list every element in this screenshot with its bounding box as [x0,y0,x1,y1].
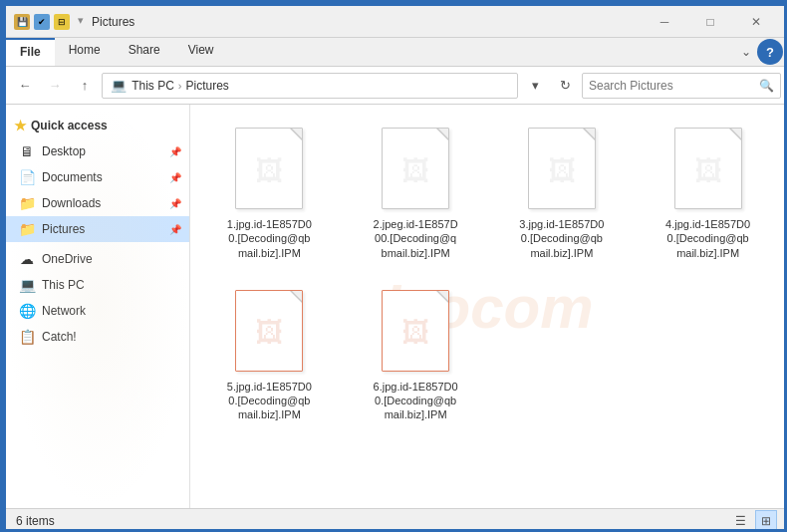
minimize-button[interactable]: ─ [642,6,687,38]
search-box[interactable]: 🔍 [582,73,781,99]
sidebar-item-desktop[interactable]: 🖥 Desktop 📌 [6,138,189,164]
file-item[interactable]: 🖼 5.jpg.id-1E857D00.[Decoding@qbmail.biz… [200,277,339,431]
ribbon-expand-icon[interactable]: ⌄ [741,45,751,59]
network-icon: 🌐 [18,302,36,320]
file-item[interactable]: 🖼 3.jpg.id-1E857D00.[Decoding@qbmail.biz… [493,115,632,269]
file-thumb-2: 🖼 [387,136,444,204]
sidebar-item-documents[interactable]: 📄 Documents 📌 [6,164,189,190]
file-item[interactable]: 🖼 1.jpg.id-1E857D00.[Decoding@qbmail.biz… [200,115,339,269]
file-thumb-6: 🖼 [387,299,444,367]
close-button[interactable]: ✕ [733,6,779,38]
search-icon[interactable]: 🔍 [759,79,774,93]
documents-icon: 📄 [18,168,36,186]
file-icon-1: 🖼 [229,124,309,213]
sidebar-item-thispc[interactable]: 💻 This PC [6,272,189,298]
back-button[interactable]: ← [12,73,38,99]
onedrive-icon: ☁ [18,250,36,268]
downloads-icon: 📁 [18,194,36,212]
file-icon-3: 🖼 [522,124,602,213]
file-thumb-5: 🖼 [240,299,298,367]
help-button[interactable]: ? [757,39,783,65]
quick-access-section: ★ Quick access 🖥 Desktop 📌 📄 Documents 📌… [6,113,189,242]
file-label-3: 3.jpg.id-1E857D00.[Decoding@qbmail.biz].… [519,217,604,260]
tab-home[interactable]: Home [55,38,115,66]
sidebar-item-catch[interactable]: 📋 Catch! [6,324,189,350]
grid-view-button[interactable]: ⊞ [755,510,777,532]
file-item[interactable]: 🖼 6.jpg.id-1E857D00.[Decoding@qbmail.biz… [347,277,485,431]
navigation-bar: ← → ↑ 💻 This PC › Pictures ▾ ↻ 🔍 [6,67,787,105]
ribbon: File Home Share View ⌄ ? [6,38,787,67]
file-item[interactable]: 🖼 2.jpeg.id-1E857D00.[Decoding@qbmail.bi… [347,115,485,269]
list-view-button[interactable]: ☰ [729,510,751,532]
forward-button[interactable]: → [42,73,68,99]
refresh-button[interactable]: ↻ [552,73,578,99]
file-label-6: 6.jpg.id-1E857D00.[Decoding@qbmail.biz].… [374,380,458,422]
maximize-button[interactable]: □ [687,6,733,38]
quick-access-toolbar-icon1[interactable]: 💾 [14,14,30,30]
thispc-icon: 💻 [18,276,36,294]
file-icon-6: 🖼 [376,286,455,376]
window-title: Pictures [92,15,642,29]
pin-icon-downloads: 📌 [169,198,181,209]
file-area: isocom 🖼 1.jpg.id-1E857D00.[Decoding@qbm… [190,105,787,508]
sidebar-item-pictures[interactable]: 📁 Pictures 📌 [6,216,189,242]
file-label-4: 4.jpg.id-1E857D00.[Decoding@qbmail.biz].… [665,217,750,260]
sidebar-item-downloads[interactable]: 📁 Downloads 📌 [6,190,189,216]
search-input[interactable] [589,79,755,93]
up-button[interactable]: ↑ [72,73,98,99]
files-grid: 🖼 1.jpg.id-1E857D00.[Decoding@qbmail.biz… [200,115,777,431]
address-dropdown-button[interactable]: ▾ [522,73,548,99]
view-toggle-group: ☰ ⊞ [729,510,777,532]
file-page-3: 🖼 [528,128,596,209]
titlebar: 💾 ✔ ⊟ ▾ Pictures ─ □ ✕ [6,6,787,38]
main-content: ★ Quick access 🖥 Desktop 📌 📄 Documents 📌… [6,105,787,508]
file-label-1: 1.jpg.id-1E857D00.[Decoding@qbmail.biz].… [227,217,312,260]
quick-access-toolbar-icon2[interactable]: ✔ [34,14,50,30]
other-section: ☁ OneDrive 💻 This PC 🌐 Network 📋 Catch! [6,246,189,350]
titlebar-dropdown[interactable]: ▾ [78,14,84,30]
sidebar-item-network[interactable]: 🌐 Network [6,298,189,324]
sidebar-item-onedrive[interactable]: ☁ OneDrive [6,246,189,272]
tab-file[interactable]: File [6,38,55,66]
file-label-5: 5.jpg.id-1E857D00.[Decoding@qbmail.biz].… [227,380,312,422]
desktop-icon: 🖥 [18,142,36,160]
file-page-1: 🖼 [235,128,303,209]
window-controls: ─ □ ✕ [642,6,779,38]
quick-access-toolbar-icon3[interactable]: ⊟ [54,14,70,30]
quick-access-header: ★ Quick access [6,113,189,138]
pin-icon-pictures: 📌 [169,224,181,235]
file-page-5: 🖼 [235,290,303,372]
titlebar-icon-group: 💾 ✔ ⊟ ▾ [14,14,84,30]
ribbon-right: ⌄ ? [228,38,787,66]
file-icon-4: 🖼 [668,124,748,213]
breadcrumb-current: Pictures [185,79,228,93]
file-label-2: 2.jpeg.id-1E857D00.[Decoding@qbmail.biz]… [374,217,458,260]
tab-view[interactable]: View [174,38,228,66]
file-thumb-4: 🖼 [679,136,737,204]
star-icon: ★ [14,118,27,133]
item-count: 6 items [16,514,55,528]
file-page-2: 🖼 [382,128,449,209]
statusbar: 6 items ☰ ⊞ [6,508,787,532]
pin-icon-desktop: 📌 [169,146,181,157]
pictures-icon: 📁 [18,220,36,238]
file-explorer-window: 💾 ✔ ⊟ ▾ Pictures ─ □ ✕ File Home Share V… [6,6,787,532]
file-icon-5: 🖼 [229,286,309,376]
file-page-4: 🖼 [674,128,742,209]
breadcrumb-thispc[interactable]: 💻 This PC [111,78,174,93]
file-page-6: 🖼 [382,290,449,372]
address-bar[interactable]: 💻 This PC › Pictures [102,73,518,99]
catch-icon: 📋 [18,328,36,346]
pin-icon-documents: 📌 [169,172,181,183]
quick-access-label: Quick access [31,119,108,133]
file-thumb-3: 🖼 [533,136,591,204]
tab-share[interactable]: Share [115,38,174,66]
breadcrumb-separator: › [178,80,182,92]
sidebar: ★ Quick access 🖥 Desktop 📌 📄 Documents 📌… [6,105,190,508]
file-icon-2: 🖼 [376,124,455,213]
ribbon-tabs: File Home Share View ⌄ ? [6,38,787,66]
file-item[interactable]: 🖼 4.jpg.id-1E857D00.[Decoding@qbmail.biz… [639,115,777,269]
file-thumb-1: 🖼 [240,136,298,204]
